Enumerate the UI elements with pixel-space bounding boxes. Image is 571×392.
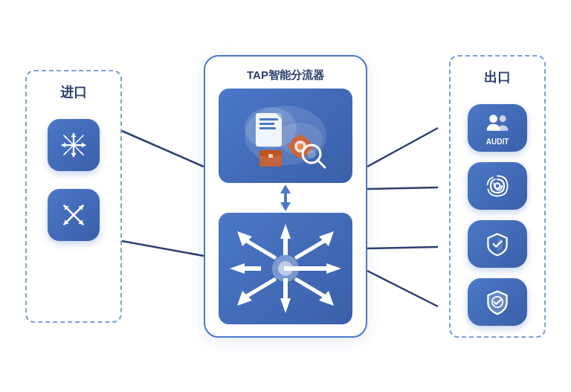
- main-diagram: 进口: [25, 25, 546, 367]
- distribution-box: [219, 213, 352, 324]
- fingerprint-icon: [484, 173, 511, 199]
- cross-icon: [60, 202, 87, 228]
- expand-icon-button[interactable]: [48, 119, 100, 171]
- svg-point-41: [307, 150, 316, 158]
- expand-icon: [60, 132, 87, 158]
- svg-line-0: [122, 131, 204, 167]
- tap-illustration-box: [219, 89, 352, 183]
- vertical-arrow: [274, 183, 297, 213]
- svg-line-40: [317, 160, 325, 167]
- cross-icon-button[interactable]: [48, 189, 100, 241]
- svg-rect-55: [241, 266, 261, 271]
- svg-marker-47: [280, 202, 291, 211]
- svg-rect-51: [283, 235, 288, 255]
- svg-line-63: [247, 280, 274, 296]
- svg-rect-29: [259, 123, 274, 125]
- svg-marker-56: [326, 263, 341, 274]
- audit-label: AUDIT: [486, 138, 509, 146]
- svg-line-4: [367, 247, 438, 248]
- input-box-title: 进口: [60, 83, 87, 101]
- svg-rect-44: [268, 154, 273, 158]
- svg-line-1: [122, 241, 204, 256]
- svg-rect-28: [259, 118, 278, 121]
- tap-title: TAP智能分流器: [247, 68, 324, 83]
- shield-icon: [484, 231, 511, 257]
- svg-rect-27: [256, 113, 282, 147]
- svg-line-3: [367, 187, 438, 189]
- svg-rect-46: [284, 192, 287, 204]
- shield-icon-button[interactable]: [468, 220, 527, 268]
- svg-line-2: [367, 128, 438, 167]
- tap-illustration-svg: [219, 89, 352, 183]
- output-box: 出口 AUDIT: [449, 55, 546, 338]
- bidirectional-arrow-icon: [274, 183, 297, 213]
- svg-rect-57: [284, 266, 326, 271]
- svg-rect-35: [299, 134, 302, 139]
- svg-rect-37: [288, 145, 293, 148]
- output-box-title: 出口: [484, 68, 511, 86]
- svg-line-59: [247, 241, 274, 257]
- svg-point-67: [500, 115, 506, 122]
- check-shield-icon-button[interactable]: [468, 278, 527, 326]
- fingerprint-icon-button[interactable]: [468, 162, 527, 210]
- audit-icon-button[interactable]: AUDIT: [468, 104, 527, 152]
- distribution-arrows-svg: [219, 213, 352, 324]
- svg-marker-52: [280, 298, 291, 313]
- center-tap-box: TAP智能分流器: [204, 55, 367, 338]
- svg-rect-53: [283, 278, 288, 298]
- svg-rect-36: [299, 154, 302, 159]
- svg-point-66: [489, 115, 497, 123]
- svg-rect-30: [259, 127, 276, 129]
- svg-line-61: [297, 241, 324, 257]
- svg-point-34: [297, 144, 303, 150]
- check-shield-icon: [484, 289, 511, 315]
- audit-icon: [484, 109, 511, 136]
- svg-line-65: [297, 280, 324, 296]
- svg-line-5: [367, 271, 438, 306]
- input-box: 进口: [25, 70, 122, 323]
